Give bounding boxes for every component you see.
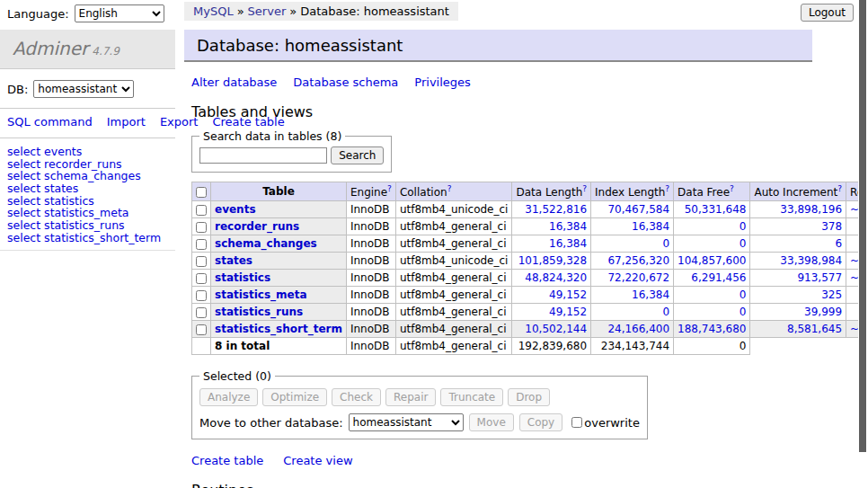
move-button[interactable]: Move [469, 413, 514, 431]
data_length-link[interactable]: 10,502,144 [525, 323, 587, 335]
index_length-link[interactable]: 72,220,672 [607, 271, 669, 284]
auto_increment-link[interactable]: 39,999 [804, 306, 842, 318]
move-db-select[interactable]: homeassistant [349, 413, 464, 431]
data_length-link[interactable]: 31,522,816 [525, 203, 587, 216]
table-name-cell: statistics [211, 270, 347, 287]
sidebar-select-schema_changes[interactable]: select schema_changes [7, 170, 168, 182]
auto_increment-link[interactable]: 325 [821, 288, 842, 301]
sidebar-action-import[interactable]: Import [107, 115, 146, 129]
auto_increment-cell: 378 [750, 218, 846, 235]
drop-button[interactable]: Drop [508, 388, 550, 406]
search-input[interactable] [199, 147, 327, 164]
column-help-link[interactable]: ? [837, 184, 842, 193]
data_free-link[interactable]: 6,291,456 [691, 271, 746, 284]
column-help-link[interactable]: ? [665, 184, 669, 193]
optimize-button[interactable]: Optimize [262, 388, 327, 406]
auto_increment-link[interactable]: 33,898,196 [780, 203, 842, 216]
data_length-link[interactable]: 49,152 [549, 306, 587, 318]
row-checkbox[interactable] [196, 239, 207, 250]
column-help-link[interactable]: ? [447, 184, 452, 193]
auto_increment-link[interactable]: 6 [835, 237, 842, 250]
data_free-link[interactable]: 50,331,648 [685, 203, 747, 216]
table-total-row: 8 in totalInnoDButf8mb4_general_ci192,83… [192, 338, 868, 355]
link-create-view[interactable]: Create view [283, 454, 352, 467]
index_length-link[interactable]: 0 [662, 306, 669, 318]
index_length-link[interactable]: 0 [662, 237, 669, 250]
sidebar-select-states[interactable]: select states [7, 182, 168, 194]
check-button[interactable]: Check [332, 388, 381, 406]
column-help-link[interactable]: ? [730, 184, 734, 193]
overwrite-label: overwrite [584, 416, 640, 430]
analyze-button[interactable]: Analyze [199, 388, 258, 406]
db-select[interactable]: homeassistant [33, 80, 134, 98]
sidebar-select-statistics[interactable]: select statistics [7, 195, 168, 207]
link-create-table[interactable]: Create table [191, 454, 263, 467]
page-title: Database: homeassistant [184, 30, 812, 62]
data_length-link[interactable]: 48,824,320 [525, 271, 587, 284]
table-name-link[interactable]: schema_changes [215, 237, 317, 250]
row-checkbox[interactable] [196, 324, 207, 335]
scrollbar-thumb[interactable] [859, 0, 866, 452]
breadcrumb-server-link[interactable]: Server [248, 4, 287, 18]
sidebar-select-statistics_meta[interactable]: select statistics_meta [7, 207, 168, 218]
row-checkbox[interactable] [196, 290, 207, 301]
column-help-link[interactable]: ? [387, 184, 392, 193]
truncate-button[interactable]: Truncate [440, 388, 503, 406]
row-checkbox[interactable] [196, 205, 207, 216]
sidebar-action-sql-command[interactable]: SQL command [7, 115, 93, 129]
data_length-cell: 48,824,320 [512, 270, 591, 287]
sidebar: Adminer4.7.9 DB: homeassistant SQL comma… [0, 30, 175, 251]
index_length-link[interactable]: 24,166,400 [607, 323, 669, 335]
table-name-link[interactable]: events [215, 203, 256, 216]
index_length-link[interactable]: 67,256,320 [607, 254, 669, 267]
data_free-cell: 50,331,648 [674, 201, 750, 218]
table-name-link[interactable]: statistics_meta [215, 288, 307, 301]
breadcrumb-mysql-link[interactable]: MySQL [193, 4, 234, 18]
table-name-link[interactable]: statistics_runs [215, 306, 303, 318]
index_length-link[interactable]: 16,384 [632, 288, 669, 301]
row-checkbox[interactable] [196, 222, 207, 233]
language-select[interactable]: English [75, 4, 164, 22]
index_length-link[interactable]: 16,384 [632, 220, 669, 233]
collation-cell: utf8mb4_general_ci [395, 304, 512, 321]
logout-button[interactable]: Logout [801, 4, 854, 22]
table-header-row: TableEngine?Collation?Data Length?Index … [192, 182, 868, 201]
table-name-link[interactable]: statistics_short_term [215, 323, 342, 335]
overwrite-checkbox[interactable] [571, 417, 582, 428]
column-help-link[interactable]: ? [582, 184, 587, 193]
db-link-alter-database[interactable]: Alter database [191, 75, 277, 89]
data_length-link[interactable]: 16,384 [549, 237, 587, 250]
data_length-link[interactable]: 16,384 [549, 220, 587, 233]
sidebar-select-statistics_short_term[interactable]: select statistics_short_term [7, 232, 168, 244]
auto_increment-link[interactable]: 33,398,984 [780, 254, 842, 267]
data_free-link[interactable]: 0 [740, 220, 747, 233]
row-checkbox[interactable] [196, 256, 207, 267]
copy-button[interactable]: Copy [519, 413, 562, 431]
sidebar-select-events[interactable]: select events [7, 146, 168, 157]
table-name-link[interactable]: recorder_runs [215, 220, 299, 233]
data_free-link[interactable]: 0 [740, 288, 747, 301]
data_free-link[interactable]: 0 [740, 237, 747, 250]
row-checkbox-cell [192, 235, 211, 253]
db-link-database-schema[interactable]: Database schema [293, 75, 398, 89]
select-all-checkbox[interactable] [196, 187, 207, 198]
index_length-link[interactable]: 70,467,584 [607, 203, 669, 216]
row-checkbox[interactable] [196, 273, 207, 284]
table-name-link[interactable]: states [215, 254, 252, 267]
data_length-link[interactable]: 49,152 [549, 288, 587, 301]
move-label: Move to other database: [199, 416, 343, 430]
row-checkbox[interactable] [196, 307, 207, 318]
search-button[interactable]: Search [331, 146, 384, 164]
auto_increment-link[interactable]: 913,577 [797, 271, 842, 284]
sidebar-select-statistics_runs[interactable]: select statistics_runs [7, 219, 168, 231]
db-link-privileges[interactable]: Privileges [414, 75, 471, 89]
data_free-link[interactable]: 188,743,680 [678, 323, 746, 335]
data_free-link[interactable]: 0 [740, 306, 747, 318]
sidebar-select-recorder_runs[interactable]: select recorder_runs [7, 158, 168, 170]
table-name-link[interactable]: statistics [215, 271, 270, 284]
data_length-link[interactable]: 101,859,328 [518, 254, 587, 267]
auto_increment-link[interactable]: 378 [821, 220, 842, 233]
auto_increment-link[interactable]: 8,581,645 [787, 323, 842, 335]
data_free-link[interactable]: 104,857,600 [678, 254, 746, 267]
repair-button[interactable]: Repair [385, 388, 436, 406]
